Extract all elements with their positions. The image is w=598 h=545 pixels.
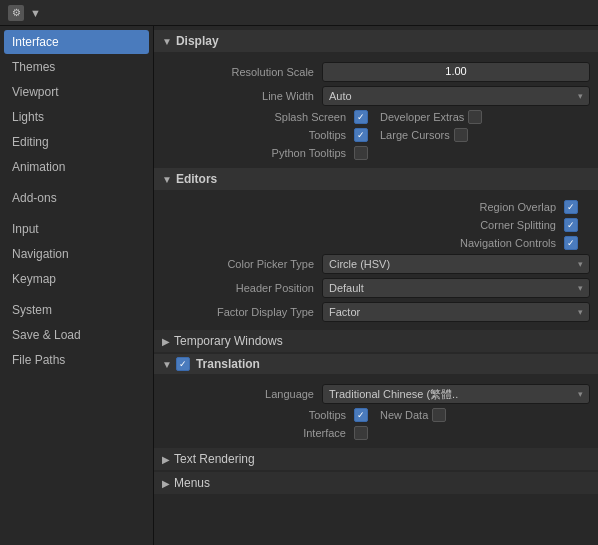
translation-arrow-icon: ▼ (162, 359, 172, 370)
translation-interface-checkbox[interactable] (354, 426, 368, 440)
display-section-title: Display (176, 34, 219, 48)
corner-splitting-checkbox[interactable]: ✓ (564, 218, 578, 232)
header-position-control: Default ▾ (322, 278, 590, 298)
color-picker-type-label: Color Picker Type (162, 258, 322, 270)
header-position-row: Header Position Default ▾ (154, 276, 598, 300)
sidebar-item-keymap[interactable]: Keymap (4, 267, 149, 291)
tooltips-cursors-row: Tooltips ✓ Large Cursors (154, 126, 598, 144)
display-section-header[interactable]: ▼ Display (154, 30, 598, 52)
factor-display-type-dropdown-arrow: ▾ (578, 307, 583, 317)
header-position-dropdown-arrow: ▾ (578, 283, 583, 293)
factor-display-type-control: Factor ▾ (322, 302, 590, 322)
translation-tooltips-label: Tooltips (309, 409, 354, 421)
title-bar: ⚙ ▼ (0, 0, 598, 26)
splash-screen-col: Splash Screen ✓ (162, 110, 380, 124)
resolution-scale-input[interactable]: 1.00 (322, 62, 590, 82)
language-label: Language (162, 388, 322, 400)
main-area: Interface Themes Viewport Lights Editing… (0, 26, 598, 545)
translation-title: Translation (196, 357, 260, 371)
line-width-dropdown[interactable]: Auto ▾ (322, 86, 590, 106)
sidebar-item-navigation[interactable]: Navigation (4, 242, 149, 266)
translation-tooltips-checkbox[interactable]: ✓ (354, 408, 368, 422)
python-tooltips-col: Python Tooltips (162, 146, 380, 160)
translation-section-content: Language Traditional Chinese (繁體.. ▾ Too… (154, 376, 598, 448)
header-position-dropdown[interactable]: Default ▾ (322, 278, 590, 298)
temp-windows-arrow-icon: ▶ (162, 336, 170, 347)
developer-extras-checkbox[interactable] (468, 110, 482, 124)
text-rendering-title: Text Rendering (174, 452, 255, 466)
region-overlap-checkbox[interactable]: ✓ (564, 200, 578, 214)
content-area: ▼ Display Resolution Scale 1.00 Line Wid… (154, 26, 598, 545)
text-rendering-header[interactable]: ▶ Text Rendering (154, 448, 598, 470)
color-picker-type-control: Circle (HSV) ▾ (322, 254, 590, 274)
developer-extras-label: Developer Extras (380, 111, 464, 123)
translation-enabled-checkbox[interactable]: ✓ (176, 357, 190, 371)
sidebar-item-editing[interactable]: Editing (4, 130, 149, 154)
editors-section-title: Editors (176, 172, 217, 186)
line-width-dropdown-arrow: ▾ (578, 91, 583, 101)
splash-screen-label: Splash Screen (274, 111, 354, 123)
translation-section-header[interactable]: ▼ ✓ Translation (154, 354, 598, 374)
region-overlap-label: Region Overlap (480, 201, 564, 213)
sidebar-item-interface[interactable]: Interface (4, 30, 149, 54)
large-cursors-label: Large Cursors (380, 129, 450, 141)
tooltips-col: Tooltips ✓ (162, 128, 380, 142)
sidebar-item-themes[interactable]: Themes (4, 55, 149, 79)
menus-arrow-icon: ▶ (162, 478, 170, 489)
new-data-checkbox[interactable] (432, 408, 446, 422)
new-data-label: New Data (380, 409, 428, 421)
color-picker-dropdown-arrow: ▾ (578, 259, 583, 269)
color-picker-type-row: Color Picker Type Circle (HSV) ▾ (154, 252, 598, 276)
sidebar-item-animation[interactable]: Animation (4, 155, 149, 179)
large-cursors-col: Large Cursors (380, 128, 590, 142)
display-arrow-icon: ▼ (162, 36, 172, 47)
region-overlap-row: Region Overlap ✓ (154, 198, 598, 216)
tooltips-checkbox[interactable]: ✓ (354, 128, 368, 142)
translation-interface-label: Interface (303, 427, 354, 439)
sidebar-item-addons[interactable]: Add-ons (4, 186, 149, 210)
sidebar-item-viewport[interactable]: Viewport (4, 80, 149, 104)
language-dropdown[interactable]: Traditional Chinese (繁體.. ▾ (322, 384, 590, 404)
text-rendering-arrow-icon: ▶ (162, 454, 170, 465)
splash-developer-row: Splash Screen ✓ Developer Extras (154, 108, 598, 126)
developer-extras-col: Developer Extras (380, 110, 590, 124)
translation-interface-row: Interface (154, 424, 598, 442)
editors-section-header[interactable]: ▼ Editors (154, 168, 598, 190)
factor-display-type-dropdown[interactable]: Factor ▾ (322, 302, 590, 322)
python-tooltips-checkbox[interactable] (354, 146, 368, 160)
python-tooltips-label: Python Tooltips (272, 147, 354, 159)
color-picker-type-dropdown[interactable]: Circle (HSV) ▾ (322, 254, 590, 274)
resolution-scale-label: Resolution Scale (162, 66, 322, 78)
translation-tooltips-row: Tooltips ✓ New Data (154, 406, 598, 424)
temporary-windows-title: Temporary Windows (174, 334, 283, 348)
title-bar-menu[interactable]: ▼ (30, 7, 41, 19)
editors-section-content: Region Overlap ✓ Corner Splitting ✓ (154, 192, 598, 330)
splash-screen-checkbox[interactable]: ✓ (354, 110, 368, 124)
line-width-control: Auto ▾ (322, 86, 590, 106)
line-width-row: Line Width Auto ▾ (154, 84, 598, 108)
python-tooltips-row: Python Tooltips (154, 144, 598, 162)
line-width-label: Line Width (162, 90, 322, 102)
display-section-content: Resolution Scale 1.00 Line Width Auto ▾ (154, 54, 598, 168)
sidebar-item-save-load[interactable]: Save & Load (4, 323, 149, 347)
temporary-windows-header[interactable]: ▶ Temporary Windows (154, 330, 598, 352)
sidebar-item-input[interactable]: Input (4, 217, 149, 241)
resolution-scale-row: Resolution Scale 1.00 (154, 60, 598, 84)
editors-arrow-icon: ▼ (162, 174, 172, 185)
sidebar: Interface Themes Viewport Lights Editing… (0, 26, 154, 545)
menus-title: Menus (174, 476, 210, 490)
app-icon: ⚙ (8, 5, 24, 21)
navigation-controls-checkbox[interactable]: ✓ (564, 236, 578, 250)
corner-splitting-row: Corner Splitting ✓ (154, 216, 598, 234)
language-row: Language Traditional Chinese (繁體.. ▾ (154, 382, 598, 406)
tooltips-label: Tooltips (309, 129, 354, 141)
sidebar-item-lights[interactable]: Lights (4, 105, 149, 129)
navigation-controls-row: Navigation Controls ✓ (154, 234, 598, 252)
corner-splitting-label: Corner Splitting (480, 219, 564, 231)
language-control: Traditional Chinese (繁體.. ▾ (322, 384, 590, 404)
sidebar-item-file-paths[interactable]: File Paths (4, 348, 149, 372)
large-cursors-checkbox[interactable] (454, 128, 468, 142)
menus-header[interactable]: ▶ Menus (154, 472, 598, 494)
factor-display-type-label: Factor Display Type (162, 306, 322, 318)
sidebar-item-system[interactable]: System (4, 298, 149, 322)
